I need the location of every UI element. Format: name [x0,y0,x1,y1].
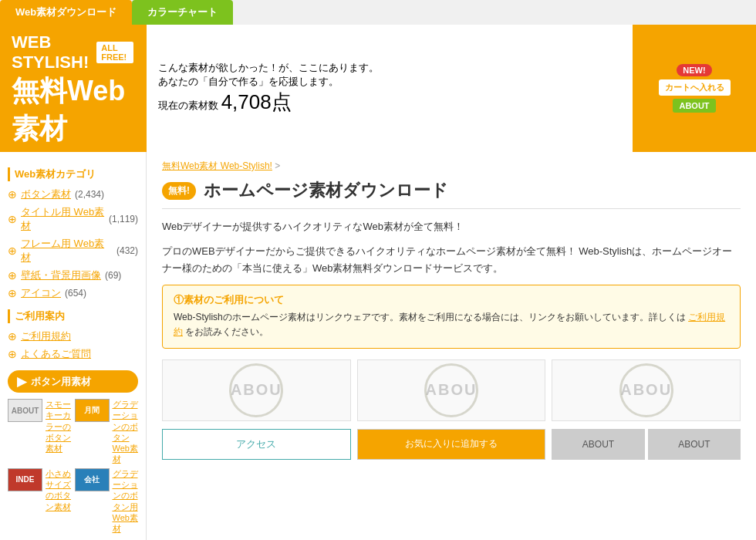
sidebar-item-frame: ⊕ フレーム用 Web素材 (432) [8,237,138,265]
button-label-3[interactable]: 小さめサイズのボタン素材 [46,468,72,512]
description-1: Webデザイナーが提供するハイクオリティなWeb素材が全て無料！ [162,218,741,235]
button-label-1[interactable]: スモーキーカラーのボタン素材 [46,399,72,454]
info-section: ご利用案内 ⊕ ご利用規約 ⊕ よくあるご質問 [8,309,138,361]
sidebar-item-button: ⊕ ボタン素材 (2,434) [8,187,138,201]
icon-count: (654) [65,288,86,299]
section-arrow: ▶ [17,374,26,389]
button-item-2: 月間 グラデーションのボタンWeb素材 [75,399,139,465]
new-badge: NEW! [677,64,711,76]
frame-material-link[interactable]: フレーム用 Web素材 [21,237,113,265]
arrow-icon-7: ⊕ [8,348,17,360]
about-btn-2[interactable]: ABOUT [648,429,741,460]
sidebar-item-terms: ⊕ ご利用規約 [8,329,138,343]
page-title-row: 無料! ホームページ素材ダウンロード [162,179,741,209]
arrow-icon-4: ⊕ [8,269,17,282]
favorite-btn[interactable]: お気に入りに追加する [357,429,546,460]
header-right-banner: こんな素材が欲しかった！が、ここにあります。 あなたの「自分で作る」を応援します… [147,25,756,152]
button-thumb-2: 月間 [75,399,110,422]
sidebar-item-faq: ⊕ よくあるご質問 [8,347,138,361]
breadcrumb-sep: > [275,160,280,171]
button-thumb-4: 会社 [75,468,110,491]
sidebar: Web素材カテゴリ ⊕ ボタン素材 (2,434) ⊕ タイトル用 Web素材 … [0,152,147,540]
all-free-badge: ALL FREE! [95,40,135,65]
button-material-link[interactable]: ボタン素材 [21,187,71,201]
banner-area: WEB STYLISH! ALL FREE! 無料Web素材 こんな素材が欲しか… [0,25,756,152]
header-tagline: こんな素材が欲しかった！が、ここにあります。 [158,61,621,75]
material-item-1: ABOU [162,359,351,421]
notice-box: ①素材のご利用について Web-Stylishのホームページ素材はリンクウェアで… [162,285,741,348]
site-logo: WEB STYLISH! ALL FREE! 無料Web素材 [12,32,135,148]
arrow-icon-5: ⊕ [8,287,17,299]
description-2: プロのWEBデザイナーだからご提供できるハイクオリティなホームページ素材が全て無… [162,243,741,277]
icon-material-link[interactable]: アイコン [21,286,61,300]
sidebar-item-icon: ⊕ アイコン (654) [8,286,138,300]
about-btn-1[interactable]: ABOUT [552,429,644,460]
button-item-3: INDE 小さめサイズのボタン素材 [8,468,72,535]
logo-subtitle: 無料Web素材 [12,73,135,148]
category-title: Web素材カテゴリ [8,167,138,181]
page-title: ホームページ素材ダウンロード [204,179,448,202]
button-label-2[interactable]: グラデーションのボタンWeb素材 [113,399,139,465]
sidebar-item-wallpaper: ⊕ 壁紙・背景用画像 (69) [8,268,138,282]
button-thumb-1: ABOUT [8,399,42,422]
sidebar-item-title: ⊕ タイトル用 Web素材 (1,119) [8,205,138,233]
material-count: 現在の素材数 4,708点 [158,89,621,116]
logo-area: WEB STYLISH! ALL FREE! 無料Web素材 [0,25,147,152]
logo-top: WEB STYLISH! ALL FREE! [12,32,135,73]
material-item-3: ABOU [552,359,741,421]
free-badge: 無料! [162,182,196,200]
notice-text: Web-Stylishのホームページ素材はリンクウェアです。素材をご利用になる場… [174,310,729,339]
title-count: (1,119) [109,214,138,224]
frame-count: (432) [116,245,138,256]
wallpaper-link[interactable]: 壁紙・背景用画像 [21,268,101,282]
main-container: Web素材カテゴリ ⊕ ボタン素材 (2,434) ⊕ タイトル用 Web素材 … [0,152,756,540]
material-row2: アクセス お気に入りに追加する ABOUT ABOUT [162,429,741,460]
category-section: Web素材カテゴリ ⊕ ボタン素材 (2,434) ⊕ タイトル用 Web素材 … [8,167,138,300]
about-button[interactable]: ABOUT [673,99,715,113]
info-title: ご利用案内 [8,309,138,323]
tab-web-material[interactable]: Web素材ダウンロード [0,0,132,25]
main-content: 無料Web素材 Web-Stylish! > 無料! ホームページ素材ダウンロー… [147,152,756,540]
breadcrumb-home[interactable]: 無料Web素材 Web-Stylish! [162,160,272,171]
terms-link[interactable]: ご利用規約 [21,329,71,343]
title-material-link[interactable]: タイトル用 Web素材 [21,205,105,233]
top-nav: Web素材ダウンロード カラーチャート [0,0,756,25]
breadcrumb: 無料Web素材 Web-Stylish! > [162,160,741,173]
arrow-icon-2: ⊕ [8,213,17,225]
notice-title: ①素材のご利用について [174,293,729,307]
material-grid: ABOU ABOU ABOU [162,359,741,421]
button-count: (2,434) [75,189,104,200]
arrow-icon: ⊕ [8,188,17,201]
button-item-1: ABOUT スモーキーカラーのボタン素材 [8,399,72,465]
wallpaper-count: (69) [105,270,121,281]
material-item-2: ABOU [357,359,546,421]
button-section-header: ▶ ボタン用素材 [8,370,138,393]
arrow-icon-3: ⊕ [8,245,17,257]
button-material-grid: ABOUT スモーキーカラーのボタン素材 月間 グラデーションのボタンWeb素材… [8,399,138,535]
access-btn[interactable]: アクセス [162,429,351,460]
faq-link[interactable]: よくあるご質問 [21,347,91,361]
tab-color-chart[interactable]: カラーチャート [132,0,233,25]
button-label-4[interactable]: グラデーションのボタン用Web素材 [113,468,139,535]
header-big-text: あなたの「自分で作る」を応援します。 [158,75,621,89]
cart-button[interactable]: カートへ入れる [659,79,731,96]
button-item-4: 会社 グラデーションのボタン用Web素材 [75,468,139,535]
arrow-icon-6: ⊕ [8,330,17,343]
button-thumb-3: INDE [8,468,42,491]
